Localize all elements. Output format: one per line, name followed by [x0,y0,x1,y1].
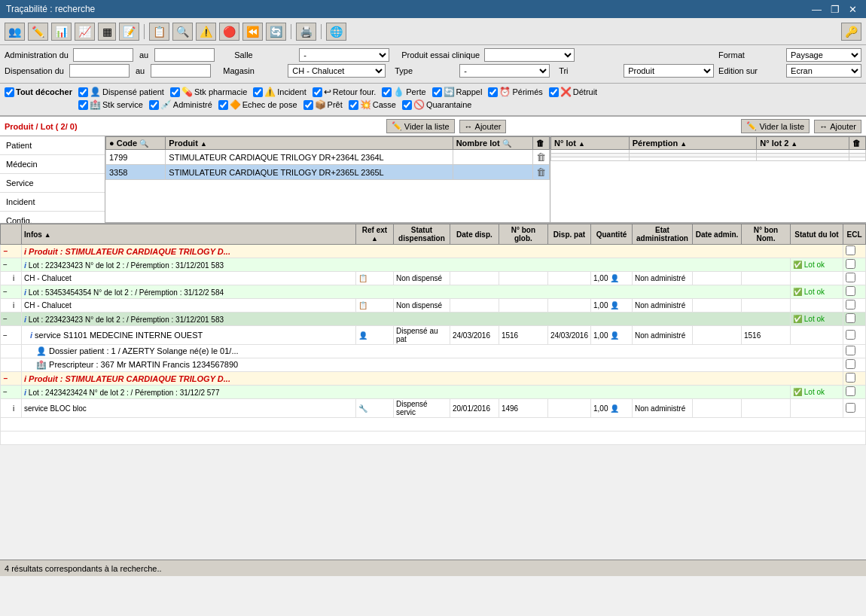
lot-col-peremption[interactable]: Péremption ▲ [629,137,757,150]
service-1-ecl-checkbox[interactable] [846,273,855,282]
lot-3-ecl[interactable] [843,313,866,326]
expand-product-1[interactable]: − [1,245,22,258]
incident-checkbox[interactable] [253,87,263,97]
produit-essai-select[interactable] [484,48,575,62]
admin-du-input[interactable] [73,48,133,62]
results-col-date-disp[interactable]: Date disp. [450,224,499,245]
lot-col-nolot2[interactable]: N° lot 2 ▲ [757,137,849,150]
toolbar-key-btn[interactable]: 🔑 [841,23,861,41]
dispensation-au-input[interactable] [151,64,211,78]
lot-2-ecl[interactable] [843,285,866,299]
product-col-produit[interactable]: Produit ▲ [166,137,453,150]
results-col-disp-pat[interactable]: Disp. pat [547,224,590,245]
toolbar-alert-btn[interactable]: ⚠️ [196,23,216,41]
expand-service-bloc[interactable]: i [1,399,22,418]
magasin-select[interactable]: CH - Chalucet [288,64,386,78]
lot-2-ecl-checkbox[interactable] [846,286,855,296]
format-select[interactable]: Paysage [786,48,861,62]
detruit-checkbox[interactable] [549,87,559,97]
toolbar-back-btn[interactable]: ⏪ [242,23,263,41]
product-row-2[interactable]: 3358 STIMULATEUR CARDIAQUE TRILOGY DR+23… [106,165,550,180]
pret-checkbox[interactable] [303,100,313,110]
lot-4-ecl[interactable] [843,386,866,399]
retour-fournisseur-checkbox[interactable] [313,87,322,97]
product-2-ecl[interactable] [843,372,866,386]
prescripteur-ecl[interactable] [843,358,866,372]
expand-service-1[interactable]: i [1,272,22,285]
product-1-ecl-checkbox[interactable] [846,245,855,255]
product-2-ecl-checkbox[interactable] [846,373,855,383]
results-col-date-admin[interactable]: Date admin. [693,224,742,245]
left-panel-medecin[interactable]: Médecin [0,155,105,174]
type-select[interactable]: - [459,64,550,78]
dossier-ecl[interactable] [843,345,866,358]
prescripteur-ecl-checkbox[interactable] [846,359,855,369]
results-col-statut[interactable]: Statut dispensation [393,224,450,245]
product-delete-1[interactable]: 🗑 [533,150,550,165]
toolbar-stats-btn[interactable]: 📈 [75,23,95,41]
toolbar-print-btn[interactable]: 🖨️ [296,23,316,41]
vider-liste-btn-2[interactable]: ✏️ Vider la liste [741,119,810,133]
perte-checkbox[interactable] [382,87,392,97]
lot-3-ecl-checkbox[interactable] [846,313,855,323]
results-col-refext[interactable]: Ref ext ▲ [355,224,393,245]
expand-lot-1[interactable]: − [1,258,22,272]
expand-lot-2[interactable]: − [1,285,22,299]
service-disp-ecl[interactable] [843,326,866,345]
rappel-checkbox[interactable] [432,87,442,97]
dispensation-du-input[interactable] [69,64,130,78]
stk-pharmacie-checkbox[interactable] [170,87,180,97]
toolbar-search-btn[interactable]: 🔍 [172,23,193,41]
toolbar-notes-btn[interactable]: 📝 [119,23,139,41]
toolbar-refresh-btn[interactable]: 🔄 [266,23,286,41]
vider-liste-btn-1[interactable]: ✏️ Vider la liste [386,119,455,133]
toolbar-web-btn[interactable]: 🌐 [326,23,346,41]
tri-select[interactable]: Produit [624,64,714,78]
toolbar-barcode-btn[interactable]: ▦ [98,23,116,41]
lot-col-nolot[interactable]: N° lot ▲ [551,137,630,150]
dossier-ecl-checkbox[interactable] [846,346,855,355]
service-1-ecl[interactable] [843,272,866,285]
close-button[interactable]: ✕ [846,4,860,15]
left-panel-service[interactable]: Service [0,174,105,193]
edition-sur-select[interactable]: Ecran [786,64,861,78]
expand-service-disp[interactable]: − [1,326,22,345]
toolbar-clipboard-btn[interactable]: 📋 [149,23,169,41]
lot-1-ecl-checkbox[interactable] [846,259,855,269]
product-col-nombre-lot[interactable]: Nombre lot 🔍 [453,137,532,150]
expand-lot-3[interactable]: − [1,313,22,326]
results-col-statut-lot[interactable]: Statut du lot [791,224,843,245]
results-col-ecl[interactable]: ECL [843,224,866,245]
maximize-button[interactable]: ❐ [828,4,843,15]
salle-select[interactable]: - [299,48,389,62]
lot-1-ecl[interactable] [843,258,866,272]
perimes-checkbox[interactable] [488,87,498,97]
minimize-button[interactable]: — [809,4,825,15]
service-2-ecl[interactable] [843,299,866,313]
ajouter-btn-1[interactable]: ↔ Ajouter [459,120,507,133]
results-col-bon-glob[interactable]: N° bon glob. [499,224,547,245]
results-col-bon-nom[interactable]: N° bon Nom. [742,224,791,245]
tout-decocher-checkbox[interactable] [5,87,14,97]
left-panel-incident[interactable]: Incident [0,193,105,212]
results-col-infos[interactable]: Infos ▲ [22,224,356,245]
toolbar-edit-btn[interactable]: ✏️ [28,23,48,41]
admin-au-input[interactable] [154,48,215,62]
ajouter-btn-2[interactable]: ↔ Ajouter [814,120,861,133]
product-col-code[interactable]: ● Code 🔍 [106,137,166,150]
lot-4-ecl-checkbox[interactable] [846,386,855,396]
service-disp-ecl-checkbox[interactable] [846,330,855,340]
left-panel-config[interactable]: Config. [0,212,105,223]
toolbar-users-btn[interactable]: 👥 [5,23,25,41]
dispense-patient-checkbox[interactable] [78,87,88,97]
expand-lot-4[interactable]: − [1,386,22,399]
product-delete-2[interactable]: 🗑 [533,165,550,180]
service-bloc-ecl-checkbox[interactable] [846,403,855,413]
service-bloc-ecl[interactable] [843,399,866,418]
left-panel-patient[interactable]: Patient [0,136,105,155]
stk-service-checkbox[interactable] [78,100,88,110]
administre-checkbox[interactable] [149,100,159,110]
toolbar-stop-btn[interactable]: 🔴 [219,23,239,41]
quarantaine-checkbox[interactable] [402,100,412,110]
product-1-ecl[interactable] [843,245,866,258]
